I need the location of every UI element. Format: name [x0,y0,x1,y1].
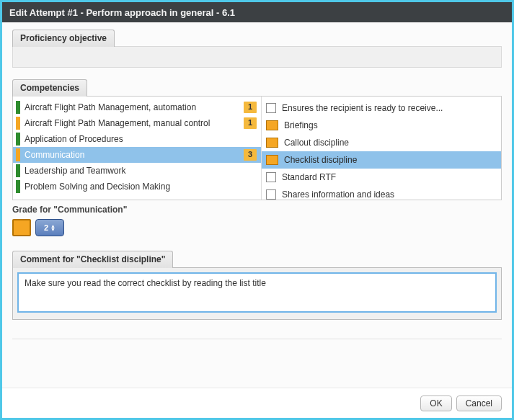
marker-color-icon[interactable] [266,138,278,148]
competency-stripe [16,117,20,130]
dialog-window: Edit Attempt #1 - Perform approach in ge… [0,0,514,420]
comment-box [12,267,502,320]
competencies-panel: Aircraft Flight Path Management, automat… [12,96,502,200]
competency-list[interactable]: Aircraft Flight Path Management, automat… [13,97,262,200]
competencies-section-label: Competencies [12,79,87,97]
marker-row[interactable]: Shares information and ideas [262,186,501,200]
stepper-arrows-icon: ▲▼ [50,224,56,231]
competency-name: Problem Solving and Decision Making [25,182,257,192]
competency-stripe [16,180,20,193]
marker-checkbox[interactable] [266,103,276,113]
competency-name: Aircraft Flight Path Management, manual … [25,118,241,129]
marker-label: Checklist discipline [284,155,357,165]
marker-label: Shares information and ideas [282,189,394,200]
proficiency-section-label: Proficiency objective [12,30,115,47]
marker-row[interactable]: Standard RTF [262,169,501,186]
competency-stripe [16,133,20,146]
competency-row[interactable]: Problem Solving and Decision Making [13,179,261,195]
competency-name: Aircraft Flight Path Management, automat… [25,102,241,113]
divider [12,339,502,339]
marker-label: Standard RTF [282,172,336,182]
marker-label: Ensures the recipient is ready to receiv… [282,103,443,113]
marker-label: Callout discipline [284,138,349,148]
marker-list[interactable]: Ensures the recipient is ready to receiv… [262,97,501,200]
marker-row[interactable]: Callout discipline [262,134,501,151]
ok-button[interactable]: OK [420,396,451,411]
marker-color-icon[interactable] [266,155,278,165]
marker-row[interactable]: Ensures the recipient is ready to receiv… [262,99,501,117]
comment-section-label: Comment for "Checklist discipline" [12,251,173,268]
grade-select[interactable]: 2 ▲▼ [35,219,64,236]
competency-badge: 1 [244,102,257,113]
grade-block: Grade for "Communication" 2 ▲▼ [12,200,502,246]
marker-checkbox[interactable] [266,172,276,182]
grade-value: 2 [44,223,48,232]
marker-color-icon[interactable] [266,120,278,130]
proficiency-section-body [12,46,502,68]
competency-stripe [16,148,20,161]
dialog-title: Edit Attempt #1 - Perform approach in ge… [2,2,512,22]
dialog-title-text: Edit Attempt #1 - Perform approach in ge… [9,7,235,18]
competency-row[interactable]: Aircraft Flight Path Management, manual … [13,115,261,131]
competency-name: Communication [25,150,241,161]
marker-row[interactable]: Checklist discipline [262,151,501,169]
competency-stripe [16,101,20,114]
dialog-content: Proficiency objective Competencies Aircr… [2,22,512,339]
competency-name: Application of Procedures [25,134,257,145]
grade-color-swatch [12,219,31,236]
marker-label: Briefings [284,120,318,130]
competency-row[interactable]: Application of Procedures [13,131,261,147]
marker-checkbox[interactable] [266,189,276,200]
competency-badge: 1 [244,117,257,129]
competency-name: Leadership and Teamwork [25,166,257,177]
marker-row[interactable]: Briefings [262,117,501,134]
comment-textarea[interactable] [17,272,497,313]
competency-stripe [16,164,20,177]
competency-row[interactable]: Leadership and Teamwork [13,163,261,179]
competency-row[interactable]: Aircraft Flight Path Management, automat… [13,99,261,115]
dialog-footer: OK Cancel [2,388,512,418]
grade-label: Grade for "Communication" [12,205,502,215]
cancel-button[interactable]: Cancel [456,396,502,411]
competency-row[interactable]: Communication3 [13,147,261,163]
competency-badge: 3 [244,149,257,161]
grade-row: 2 ▲▼ [12,219,502,236]
